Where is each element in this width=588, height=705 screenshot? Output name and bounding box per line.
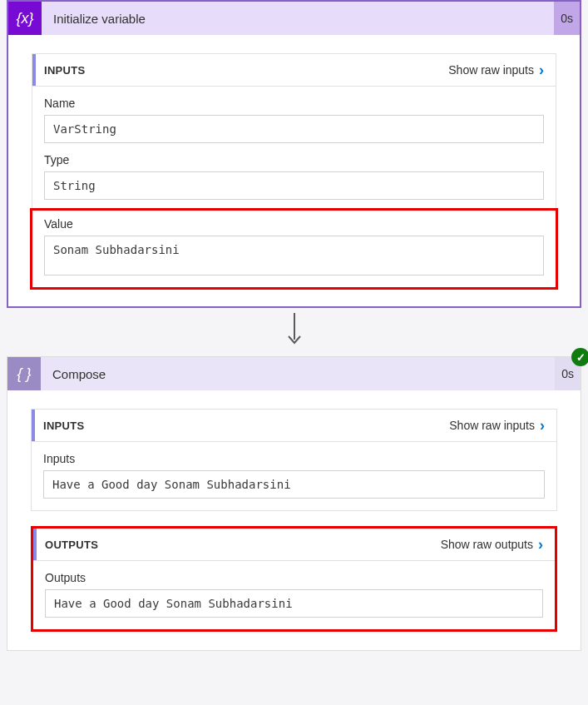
init-name-field: Name VarString	[32, 87, 556, 143]
chevron-right-icon: ›	[539, 62, 544, 77]
compose-inputs-section: INPUTS Show raw inputs › Inputs Have a G…	[31, 409, 557, 511]
compose-inputs-label: INPUTS	[32, 420, 449, 432]
compose-outputs-field: Outputs Have a Good day Sonam Subhadarsi…	[33, 561, 555, 629]
success-check-icon: ✓	[571, 348, 588, 366]
compose-body: INPUTS Show raw inputs › Inputs Have a G…	[7, 390, 581, 650]
flow-arrow	[0, 308, 588, 356]
compose-inputs-field-value[interactable]: Have a Good day Sonam Subhadarsini	[43, 470, 545, 499]
chevron-right-icon: ›	[540, 418, 545, 433]
init-name-label: Name	[44, 97, 544, 110]
init-inputs-label: INPUTS	[32, 64, 448, 77]
init-inputs-header: INPUTS Show raw inputs ›	[32, 54, 556, 87]
compose-inputs-field: Inputs Have a Good day Sonam Subhadarsin…	[32, 442, 556, 510]
initialize-variable-title: Initialize variable	[42, 12, 554, 26]
compose-title: Compose	[41, 367, 555, 381]
compose-outputs-header: OUTPUTS Show raw outputs ›	[33, 529, 555, 561]
compose-titlebar[interactable]: { } Compose 0s	[7, 357, 581, 390]
compose-inputs-field-label: Inputs	[43, 452, 545, 465]
init-name-value[interactable]: VarString	[44, 115, 544, 143]
initialize-variable-card: {x} Initialize variable 0s INPUTS Show r…	[7, 0, 581, 308]
compose-outputs-field-value[interactable]: Have a Good day Sonam Subhadarsini	[45, 589, 543, 618]
compose-outputs-field-label: Outputs	[45, 571, 543, 584]
chevron-right-icon: ›	[538, 537, 543, 552]
compose-inputs-header: INPUTS Show raw inputs ›	[32, 410, 556, 442]
init-show-raw-inputs-text: Show raw inputs	[448, 63, 534, 77]
compose-show-raw-outputs-text: Show raw outputs	[441, 538, 533, 551]
initialize-variable-duration: 0s	[554, 2, 580, 35]
compose-icon: { }	[7, 357, 41, 390]
compose-show-raw-inputs[interactable]: Show raw inputs ›	[449, 418, 545, 433]
variable-icon: {x}	[8, 2, 42, 35]
compose-outputs-label: OUTPUTS	[33, 539, 441, 551]
initialize-variable-body: INPUTS Show raw inputs › Name VarString …	[8, 35, 580, 306]
compose-show-raw-inputs-text: Show raw inputs	[449, 419, 535, 432]
initialize-variable-titlebar[interactable]: {x} Initialize variable 0s	[8, 2, 580, 35]
init-value-value[interactable]: Sonam Subhadarsini	[44, 236, 544, 276]
init-value-field: Value Sonam Subhadarsini	[41, 217, 547, 276]
init-show-raw-inputs[interactable]: Show raw inputs ›	[448, 62, 544, 77]
compose-show-raw-outputs[interactable]: Show raw outputs ›	[441, 537, 543, 552]
compose-outputs-section: OUTPUTS Show raw outputs › Outputs Have …	[33, 529, 555, 629]
init-value-highlight: Value Sonam Subhadarsini	[30, 208, 558, 290]
init-type-field: Type String	[32, 143, 556, 200]
init-type-label: Type	[44, 153, 544, 166]
init-type-value[interactable]: String	[44, 171, 544, 200]
compose-outputs-highlight: OUTPUTS Show raw outputs › Outputs Have …	[31, 526, 557, 632]
init-value-label: Value	[44, 217, 544, 231]
init-inputs-section: INPUTS Show raw inputs › Name VarString …	[32, 53, 556, 288]
arrow-down-icon	[285, 313, 304, 348]
compose-card: ✓ { } Compose 0s INPUTS Show raw inputs …	[7, 356, 581, 651]
